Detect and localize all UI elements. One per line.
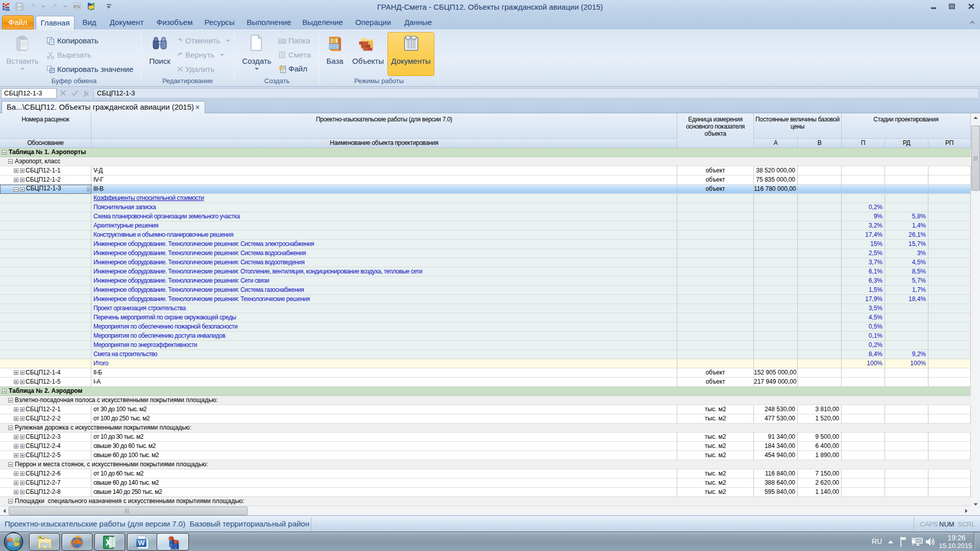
svg-text:fx: fx bbox=[84, 90, 89, 97]
